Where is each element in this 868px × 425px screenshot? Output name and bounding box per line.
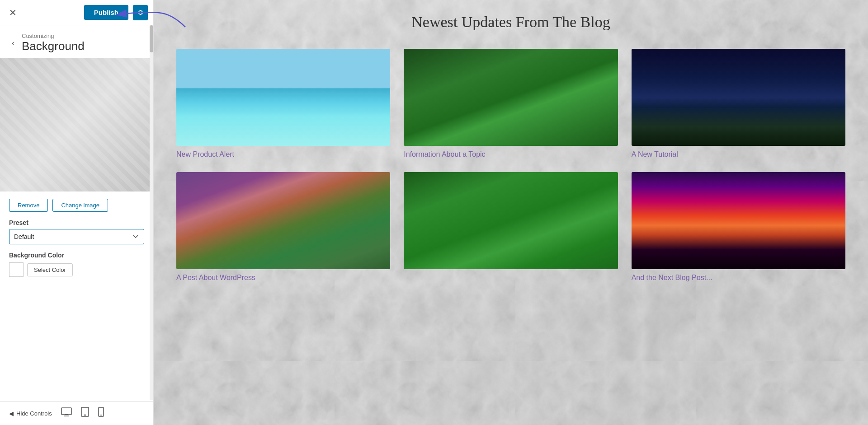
svg-point-4	[85, 415, 85, 416]
bg-color-label: Background Color	[9, 252, 144, 259]
hide-controls-button[interactable]: ◀ Hide Controls	[9, 410, 52, 417]
customizing-label: Customizing	[22, 33, 85, 39]
blog-content: Newest Updates From The Blog New Product…	[154, 0, 868, 295]
back-button[interactable]: ‹	[9, 37, 17, 49]
blog-thumbnail	[176, 172, 390, 269]
select-color-button[interactable]: Select Color	[27, 263, 73, 276]
preset-label: Preset	[9, 219, 144, 226]
blog-grid: New Product Alert Information About a To…	[176, 49, 845, 282]
blog-link[interactable]: And the Next Blog Post...	[632, 274, 845, 282]
blog-link[interactable]: Information About a Topic	[404, 150, 618, 159]
blog-thumbnail	[632, 49, 845, 146]
blog-card: A Post About WordPress	[176, 172, 390, 282]
blog-card: And the Next Blog Post...	[632, 172, 845, 282]
close-button[interactable]: ✕	[5, 5, 20, 20]
blog-thumbnail	[632, 172, 845, 269]
settings-button[interactable]: ⚙	[133, 5, 148, 20]
blog-thumbnail	[404, 172, 618, 269]
preview-image	[0, 58, 153, 191]
top-bar: ✕ Publish ⚙	[0, 0, 153, 25]
color-swatch[interactable]	[9, 262, 24, 277]
mobile-view-button[interactable]	[98, 407, 104, 420]
section-title: Background	[22, 39, 85, 53]
bg-color-section: Background Color Select Color	[9, 252, 144, 277]
desktop-view-button[interactable]	[61, 407, 72, 419]
scrollbar-thumb[interactable]	[150, 25, 153, 52]
bottom-bar: ◀ Hide Controls	[0, 401, 153, 425]
svg-rect-0	[61, 408, 71, 415]
change-image-button[interactable]: Change image	[52, 199, 108, 212]
tablet-view-button[interactable]	[81, 407, 89, 420]
blog-link[interactable]: A New Tutorial	[632, 150, 845, 159]
breadcrumb-text: Customizing Background	[22, 33, 85, 53]
blog-thumbnail	[176, 49, 390, 146]
scrollbar-track	[150, 25, 153, 400]
circle-left-icon: ◀	[9, 410, 14, 417]
image-buttons: Remove Change image	[9, 199, 144, 212]
blog-card: New Product Alert	[176, 49, 390, 159]
publish-button[interactable]: Publish	[84, 5, 128, 20]
background-preview	[0, 58, 153, 191]
hide-controls-label: Hide Controls	[16, 410, 52, 417]
blog-title: Newest Updates From The Blog	[176, 14, 845, 31]
color-picker-row: Select Color	[9, 262, 144, 277]
preset-section: Preset Default Tile Center Stretch Fill	[9, 219, 144, 244]
blog-preview: Newest Updates From The Blog New Product…	[154, 0, 868, 425]
blog-thumbnail	[404, 49, 618, 146]
blog-link[interactable]: New Product Alert	[176, 150, 390, 159]
customizer-panel: ✕ Publish ⚙ ‹ Customizing Background Rem…	[0, 0, 154, 425]
remove-button[interactable]: Remove	[9, 199, 48, 212]
blog-link[interactable]: A Post About WordPress	[176, 274, 390, 282]
controls-area: Remove Change image Preset Default Tile …	[0, 191, 153, 401]
blog-card	[404, 172, 618, 282]
preset-select[interactable]: Default Tile Center Stretch Fill	[9, 229, 144, 244]
blog-card: A New Tutorial	[632, 49, 845, 159]
breadcrumb: ‹ Customizing Background	[0, 25, 153, 58]
blog-card: Information About a Topic	[404, 49, 618, 159]
